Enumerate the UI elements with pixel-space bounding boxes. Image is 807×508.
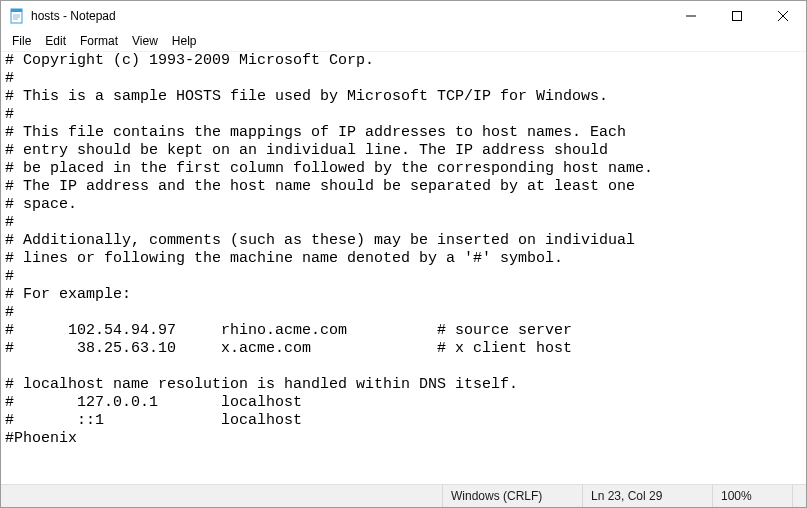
window-controls: [668, 1, 806, 31]
notepad-icon: [9, 8, 25, 24]
status-line-col: Ln 23, Col 29: [582, 485, 712, 507]
status-line-ending: Windows (CRLF): [442, 485, 582, 507]
status-zoom: 100%: [712, 485, 792, 507]
notepad-window: hosts - Notepad File Edit Format View He…: [0, 0, 807, 508]
status-spacer: [1, 485, 442, 507]
status-bar: Windows (CRLF) Ln 23, Col 29 100%: [1, 484, 806, 507]
menu-view[interactable]: View: [125, 33, 165, 49]
maximize-button[interactable]: [714, 1, 760, 31]
menu-edit[interactable]: Edit: [38, 33, 73, 49]
close-button[interactable]: [760, 1, 806, 31]
window-title: hosts - Notepad: [31, 9, 668, 23]
editor-viewport[interactable]: # Copyright (c) 1993-2009 Microsoft Corp…: [1, 51, 806, 484]
svg-rect-6: [733, 12, 742, 21]
svg-rect-1: [11, 9, 22, 12]
menu-bar: File Edit Format View Help: [1, 31, 806, 51]
title-bar: hosts - Notepad: [1, 1, 806, 31]
status-grip: [792, 485, 806, 507]
minimize-button[interactable]: [668, 1, 714, 31]
editor-text[interactable]: # Copyright (c) 1993-2009 Microsoft Corp…: [1, 52, 806, 484]
menu-format[interactable]: Format: [73, 33, 125, 49]
menu-file[interactable]: File: [5, 33, 38, 49]
menu-help[interactable]: Help: [165, 33, 204, 49]
